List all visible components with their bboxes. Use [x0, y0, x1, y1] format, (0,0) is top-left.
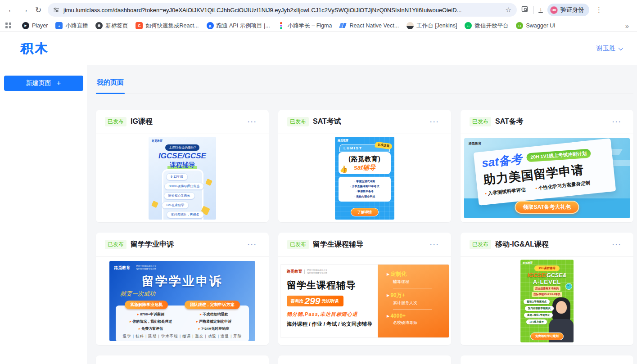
poster-bullet: 入学测试科学评估: [485, 186, 526, 197]
user-name: 谢玉胜: [596, 45, 615, 53]
feature-head: 90万+: [387, 292, 449, 299]
rn-favicon: [339, 22, 347, 29]
feature-sub: 辅导课程: [393, 279, 449, 285]
poster-price-badge: 咨询抢 299 元试听课: [287, 296, 343, 306]
bookmark-csdn[interactable]: 如何快速集成React...: [134, 22, 200, 30]
reload-icon[interactable]: ↻: [32, 3, 45, 17]
poster-pill: 9-12年级: [166, 173, 188, 180]
bookmark-rn-vector[interactable]: React Native Vect...: [338, 22, 401, 29]
poster-red-line: 适合想要期末冲刺的: [533, 286, 560, 291]
page-card-mobile-igal[interactable]: 已发布 移动-IG&AL课程 ··· 路觅教育 1V1课后辅导: [461, 233, 633, 345]
card-menu-icon[interactable]: ···: [612, 118, 622, 125]
tab-my-pages[interactable]: 我的页面: [96, 78, 125, 94]
bookmark-label: Player: [32, 22, 48, 29]
wechat-favicon: [465, 22, 472, 29]
status-badge: 已发布: [287, 240, 309, 249]
bookmark-player[interactable]: Player: [20, 22, 50, 29]
bookmark-jenkins[interactable]: 工作台 [Jenkins]: [405, 22, 459, 30]
bookmark-label: 小路直播: [65, 22, 88, 30]
forward-icon[interactable]: →: [18, 3, 32, 17]
verify-identity-button[interactable]: HR 验证身份: [547, 4, 589, 16]
bookmark-xiaolu-live[interactable]: 小路直播: [54, 22, 90, 30]
feature-head: 4000+: [387, 313, 449, 319]
browser-window: ← → ↻ jimu.lumiclass.com/dashboard?token…: [0, 0, 637, 364]
url-text[interactable]: jimu.lumiclass.com/dashboard?token=eyJ0e…: [63, 7, 502, 13]
bookmark-figma[interactable]: 小路学长 – Figma: [276, 22, 334, 30]
card-title: SAT考试: [313, 117, 341, 126]
bookmark-label: 工作台 [Jenkins]: [416, 22, 457, 30]
poster-sat-exam: 路觅教育 认准这里 LUMIST (路觅教育) sat辅导 👍 寒假沉浸式冲刺 …: [335, 137, 394, 220]
divider: [304, 270, 305, 274]
poster-pill: 真题+模拟+专题强化: [524, 313, 553, 318]
card-preview: 路觅教育 1V1课后辅导 IGCSE/GCSE& A-LEVEL 适合想要期末冲…: [461, 257, 633, 345]
poster-cta-button: 了解详情: [351, 208, 379, 216]
apps-grid-icon[interactable]: [5, 22, 12, 29]
poster-sheet: sat备考 20H 1V1线上考试冲刺计划 助力美国留学申请 入学测试科学评估 …: [474, 138, 616, 205]
page-card-sat-prep[interactable]: 已发布 SAT备考 ··· 路觅教育 sat备考: [461, 110, 633, 222]
site-body: 新建页面 + 我的页面 已发布 IG课程 ··· 路觅教育: [0, 65, 637, 364]
page-card-sat-exam[interactable]: 已发布 SAT考试 ··· 路觅教育 认准这里 LUMIST (路觅教育) sa…: [278, 110, 451, 222]
card-title: 留学学业申诉: [131, 240, 174, 249]
status-badge: 已发布: [105, 240, 126, 249]
poster-subtitle: 课程辅导: [167, 161, 197, 169]
bookmark-api-demo[interactable]: 跑通 API 示例项目 |...: [205, 22, 272, 30]
poster-footer: 退学｜挂科｜延期｜学术不端｜撤课｜重交｜劝退｜遣返｜开除: [119, 333, 245, 340]
poster-title: 留学学业申诉: [114, 273, 251, 289]
page-card-partial[interactable]: [278, 355, 451, 364]
poster-services-line: 海外课程 / 作业 / 考试 / 论文同步辅导: [287, 321, 378, 328]
tab-bar: 我的页面: [96, 65, 633, 94]
url-bar[interactable]: jimu.lumiclass.com/dashboard?token=eyJ0e…: [48, 3, 517, 17]
browser-menu-icon[interactable]: ⋮: [594, 6, 604, 14]
bookmark-star-icon[interactable]: ☆: [506, 6, 511, 14]
bookmarks-overflow-icon[interactable]: »: [625, 22, 632, 30]
card-menu-icon[interactable]: ···: [248, 241, 257, 248]
page-card-academic-appeal[interactable]: 已发布 留学学业申诉 ··· 路觅教育 经营中国领先成长企业海外留学教辅专业品牌: [96, 233, 269, 345]
card-title: IG课程: [131, 117, 153, 126]
back-icon[interactable]: ←: [5, 3, 18, 17]
search-tabs-icon[interactable]: [521, 5, 529, 15]
card-menu-icon[interactable]: ···: [612, 241, 622, 248]
bookmark-label: 新标签页: [105, 22, 128, 30]
download-icon[interactable]: ↓: [538, 7, 543, 13]
jimu-logo: 积木: [20, 40, 49, 57]
bookmark-swagger[interactable]: Swagger UI: [514, 22, 557, 29]
page-card-partial[interactable]: [96, 355, 269, 364]
bookmark-newtab[interactable]: 新标签页: [94, 22, 130, 30]
page-card-ig-course[interactable]: 已发布 IG课程 ··· 路觅教育 上课找合适的老师? IGCSE/GCSE 课…: [96, 110, 269, 222]
card-menu-icon[interactable]: ···: [430, 241, 439, 248]
card-menu-icon[interactable]: ···: [248, 118, 257, 125]
sidebar: 新建页面 +: [0, 65, 87, 364]
site-settings-icon[interactable]: [53, 7, 59, 13]
feature-sub: 名校硕博导师: [393, 320, 449, 326]
poster-panel: 8700+申诉案例 你的情况，我们都处理过 免费方案评估 不成功如约退款 严格遵…: [116, 306, 249, 341]
poster-pill: 20H 1V1线上考试冲刺计划: [526, 148, 591, 162]
user-menu[interactable]: 谢玉胜: [596, 45, 623, 53]
bookmark-wechat-open[interactable]: 微信开放平台: [463, 22, 510, 30]
poster-bullet: 寒假沉浸式冲刺: [339, 179, 390, 184]
divider: [393, 309, 432, 310]
card-header: 已发布 留学学业申诉 ···: [96, 233, 269, 257]
card-preview: 路觅教育 sat备考 20H 1V1线上考试冲刺计划 助力美国留学申请 入学测试…: [461, 134, 633, 222]
card-header: 已发布 留学生课程辅导 ···: [278, 233, 451, 257]
poster-script: 稳分稳,Pass,未达目标随心退: [287, 311, 378, 318]
card-menu-icon[interactable]: ···: [430, 118, 439, 125]
poster-pill: 1V1课后辅导: [534, 265, 560, 271]
status-badge: 已发布: [470, 117, 491, 126]
divider: [393, 288, 432, 288]
main-content: 我的页面 已发布 IG课程 ··· 路觅教育 上课找合适的老师?: [87, 65, 637, 364]
poster-pill: 8000+硕博导师任你选: [164, 183, 204, 190]
poster-pill: 家长省心又高效: [164, 192, 195, 199]
new-page-label: 新建页面: [26, 79, 51, 87]
bookmark-label: React Native Vect...: [349, 22, 399, 29]
page-card-course-tutoring[interactable]: 已发布 留学生课程辅导 ··· 路觅教育 经营中国领先成长企业海外: [278, 233, 451, 345]
card-title: 移动-IG&AL课程: [495, 240, 549, 249]
verify-identity-label: 验证身份: [560, 6, 584, 14]
poster-pill-row: 紧急解除学业危机 团队跟进，定制申诉方案: [117, 301, 248, 309]
new-page-button[interactable]: 新建页面 +: [4, 76, 83, 91]
page-card-partial[interactable]: [461, 355, 633, 364]
poster-tagline: 经营中国领先成长企业海外留学教辅专业品牌: [307, 269, 327, 275]
feature-sub: 累计服务人次: [393, 300, 449, 306]
poster-logo: 路觅教育: [523, 261, 533, 265]
bookmark-label: 跑通 API 示例项目 |...: [217, 22, 270, 30]
card-preview: 路觅教育 上课找合适的老师? IGCSE/GCSE 课程辅导 9-12年级 80…: [96, 134, 269, 222]
